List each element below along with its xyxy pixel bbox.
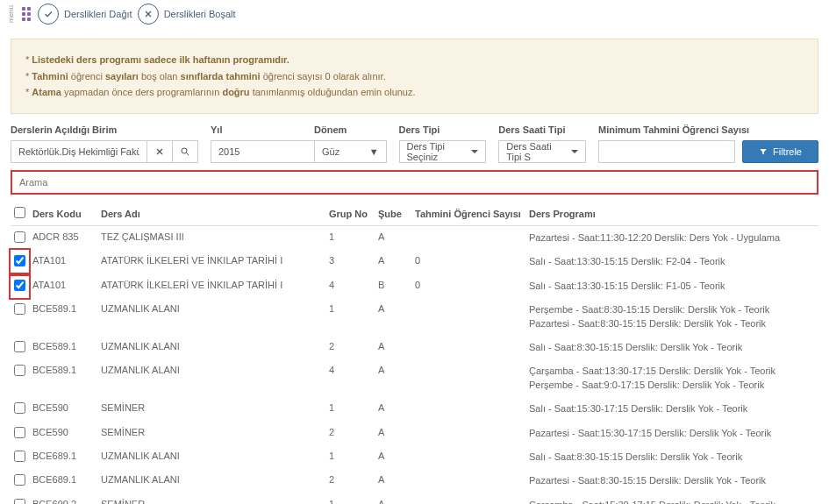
cell-code: BCE690.2 [29,493,97,504]
cell-program: Çarşamba - Saat:15:30-17:15 Derslik: Der… [525,493,818,504]
row-checkbox[interactable] [14,365,25,376]
cell-name: UZMANLIK ALANI [97,298,325,336]
cell-code: BCE590 [29,422,97,445]
row-checkbox[interactable] [14,499,25,504]
table-row: BCE589.1UZMANLIK ALANI4AÇarşamba - Saat:… [11,359,818,397]
menu-grid-icon[interactable] [22,7,32,21]
cell-program: Çarşamba - Saat:13:30-17:15 Derslik: Der… [525,359,818,397]
min-input[interactable] [598,140,735,163]
cell-sube: A [375,469,411,493]
header-name[interactable]: Ders Adı [97,202,325,226]
derstipi-select[interactable]: Ders Tipi Seçiniz [399,140,487,163]
filter-button[interactable]: Filtrele [742,140,818,163]
cell-name: TEZ ÇALIŞMASI III [97,226,325,251]
cell-program: Pazartesi - Saat:15:30-17:15 Derslik: De… [525,422,818,445]
cell-sube: A [375,226,411,251]
search-input[interactable] [11,170,818,195]
table-row: ADCR 835TEZ ÇALIŞMASI III1APazartesi - S… [11,226,818,251]
filter-icon [759,147,768,156]
header-program[interactable]: Ders Programı [525,202,818,226]
svg-point-0 [182,148,187,153]
cell-name: SEMİNER [97,422,325,445]
cell-code: ATA101 [29,274,97,298]
select-all-checkbox[interactable] [14,207,25,218]
cell-sube: A [375,298,411,336]
cell-program: Salı - Saat:15:30-17:15 Derslik: Derslik… [525,397,818,421]
cell-program: Pazartesi - Saat:8:30-15:15 Derslik: Der… [525,469,818,493]
cell-tahmin [411,336,525,359]
table-row: BCE689.1UZMANLIK ALANI2APazartesi - Saat… [11,469,818,493]
cell-program: Salı - Saat:13:30-15:15 Derslik: F1-05 -… [525,274,818,298]
table-row: BCE689.1UZMANLIK ALANI1ASalı - Saat:8:30… [11,445,818,469]
cell-tahmin [411,397,525,421]
donem-select[interactable]: Güz ▼ [314,140,387,163]
derstipi-label: Ders Tipi [399,124,487,135]
birim-clear-button[interactable] [147,140,173,163]
row-checkbox[interactable] [14,303,25,315]
distribute-button-label[interactable]: Derslikleri Dağıt [64,9,132,19]
cell-code: BCE590 [29,397,97,421]
birim-search-button[interactable] [173,140,198,163]
empty-button-label[interactable]: Derslikleri Boşalt [164,9,236,19]
cell-name: ATATÜRK İLKELERİ VE İNKILAP TARİHİ I [97,274,325,298]
cell-tahmin: 0 [411,274,525,298]
table-row: BCE589.1UZMANLIK ALANI1APerşembe - Saat:… [11,298,818,336]
cell-grup: 1 [325,226,375,251]
cell-grup: 2 [325,469,375,493]
cell-sube: B [375,274,411,298]
row-checkbox[interactable] [14,341,25,352]
saattipi-select[interactable]: Ders Saati Tipi S [498,140,586,163]
cell-code: BCE589.1 [29,336,97,359]
table-row: ATA101ATATÜRK İLKELERİ VE İNKILAP TARİHİ… [11,274,818,298]
table-row: BCE589.1UZMANLIK ALANI2ASalı - Saat:8:30… [11,336,818,359]
table-row: BCE590SEMİNER1ASalı - Saat:15:30-17:15 D… [11,397,818,421]
saattipi-label: Ders Saati Tipi [498,124,586,135]
cell-grup: 4 [325,274,375,298]
cell-tahmin [411,422,525,445]
distribute-button-icon[interactable] [38,4,59,25]
cell-sube: A [375,422,411,445]
birim-input[interactable] [11,140,147,163]
header-sube[interactable]: Şube [375,202,411,226]
cell-tahmin [411,359,525,397]
cell-sube: A [375,445,411,469]
cell-grup: 2 [325,336,375,359]
cell-name: UZMANLIK ALANI [97,359,325,397]
saattipi-value: Ders Saati Tipi S [506,141,566,162]
row-checkbox[interactable] [14,231,25,243]
cell-name: UZMANLIK ALANI [97,469,325,493]
cell-sube: A [375,336,411,359]
cell-name: UZMANLIK ALANI [97,336,325,359]
cell-grup: 2 [325,422,375,445]
caret-down-icon [571,150,578,153]
cell-code: BCE589.1 [29,359,97,397]
header-tahmin[interactable]: Tahmini Öğrenci Sayısı [411,202,525,226]
donem-label: Dönem [314,124,387,135]
cell-code: BCE689.1 [29,445,97,469]
filter-row: Derslerin Açıldığı Birim Yıl Dönem Güz ▼… [0,124,829,170]
cell-program: Salı - Saat:13:30-15:15 Derslik: F2-04 -… [525,250,818,273]
row-checkbox[interactable] [14,255,25,266]
close-icon [154,146,165,157]
derstipi-value: Ders Tipi Seçiniz [407,141,467,162]
header-grup[interactable]: Grup No [325,202,375,226]
row-checkbox[interactable] [14,402,25,414]
cell-name: SEMİNER [97,493,325,504]
header-code[interactable]: Ders Kodu [29,202,97,226]
cell-sube: A [375,397,411,421]
min-label: Minimum Tahmini Öğrenci Sayısı [598,124,818,135]
filter-button-label: Filtrele [773,146,802,157]
row-checkbox[interactable] [14,451,25,462]
table-row: BCE590SEMİNER2APazartesi - Saat:15:30-17… [11,422,818,445]
row-checkbox[interactable] [14,427,25,438]
cell-tahmin [411,469,525,493]
row-checkbox[interactable] [14,474,25,486]
birim-label: Derslerin Açıldığı Birim [11,124,198,135]
cell-code: ATA101 [29,250,97,273]
cell-grup: 1 [325,298,375,336]
cell-grup: 3 [325,250,375,273]
yil-label: Yıl [211,124,302,135]
row-checkbox[interactable] [14,280,25,291]
empty-button-icon[interactable] [138,4,159,25]
caret-down-icon [471,150,478,153]
